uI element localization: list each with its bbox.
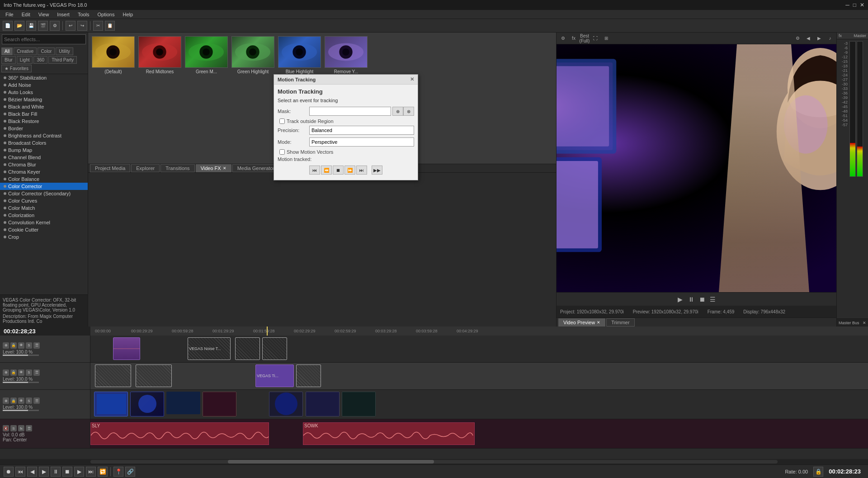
redo-btn[interactable]: ↪ bbox=[77, 21, 87, 31]
tab-video-fx-close[interactable]: ✕ bbox=[223, 166, 226, 170]
fx-item[interactable]: Add Noise bbox=[0, 81, 88, 89]
menu-view[interactable]: View bbox=[35, 11, 53, 18]
audio-mute-icon[interactable]: 🔇 bbox=[3, 425, 9, 431]
track-clip-shutterstock-1[interactable] bbox=[94, 392, 128, 416]
track-clip-noise[interactable]: VEGAS Noise T... bbox=[188, 337, 231, 360]
video-preview-close[interactable]: ✕ bbox=[597, 320, 600, 325]
transport-forward[interactable]: ⏭ bbox=[86, 467, 96, 477]
menu-edit[interactable]: Edit bbox=[18, 11, 34, 18]
close-btn[interactable]: ✕ bbox=[860, 2, 864, 8]
fx-tab-utility[interactable]: Utility bbox=[56, 47, 73, 55]
fx-item-color-curves[interactable]: Color Curves bbox=[0, 197, 88, 204]
track-clip-image2[interactable] bbox=[262, 337, 287, 360]
track-solo-icon[interactable]: S bbox=[26, 342, 32, 349]
fx-item[interactable]: Auto Looks bbox=[0, 89, 88, 96]
show-vectors-checkbox[interactable] bbox=[279, 149, 285, 155]
fx-tab-360[interactable]: 360 bbox=[33, 56, 47, 64]
fx-item[interactable]: 360° Stabilization bbox=[0, 74, 88, 81]
maximize-btn[interactable]: □ bbox=[853, 2, 856, 8]
new-btn[interactable]: 📄 bbox=[3, 21, 13, 31]
track-menu-icon[interactable]: ☰ bbox=[33, 398, 40, 404]
track-clip-image[interactable] bbox=[235, 337, 260, 360]
fx-item[interactable]: Border bbox=[0, 125, 88, 132]
transport-snap[interactable]: 🔗 bbox=[125, 467, 135, 477]
fx-item-color-corrector[interactable]: Color Corrector bbox=[0, 183, 88, 190]
tab-media-generator[interactable]: Media Generator bbox=[232, 164, 280, 172]
audio-fx-icon[interactable]: fx bbox=[18, 425, 24, 431]
transport-pause[interactable]: ⏸ bbox=[51, 467, 61, 477]
fx-tab-favorites[interactable]: ★ Favorites bbox=[1, 65, 32, 72]
menu-insert[interactable]: Insert bbox=[53, 11, 73, 18]
properties-btn[interactable]: ⚙ bbox=[50, 21, 60, 31]
preview-quality-btn[interactable]: Best (Full) bbox=[580, 34, 589, 43]
transport-rewind[interactable]: ⏮ bbox=[15, 467, 25, 477]
track-3-slider[interactable] bbox=[3, 410, 39, 411]
fx-item-color-match[interactable]: Color Match bbox=[0, 204, 88, 212]
transport-loop[interactable]: 🔁 bbox=[98, 467, 108, 477]
track-mute-icon[interactable]: 👁 bbox=[18, 342, 24, 349]
preview-settings-btn[interactable]: ⚙ bbox=[558, 34, 567, 43]
transport-timecode-lock[interactable]: 🔒 bbox=[813, 467, 823, 477]
transport-stop[interactable]: ⏹ bbox=[62, 467, 72, 477]
undo-btn[interactable]: ↩ bbox=[66, 21, 75, 31]
fx-thumb-green[interactable]: Green M... bbox=[185, 36, 228, 160]
audio-clip-sly[interactable]: SLY bbox=[90, 422, 269, 445]
fx-item[interactable]: Channel Blend bbox=[0, 154, 88, 161]
fx-tab-color[interactable]: Color bbox=[38, 47, 55, 55]
timeline-ruler[interactable]: 00:00:00 00:00:29:29 00:00:59:28 00:01:2… bbox=[90, 327, 868, 336]
tab-transitions[interactable]: Transitions bbox=[160, 164, 194, 172]
tab-video-fx[interactable]: Video FX ✕ bbox=[196, 164, 231, 172]
transport-record[interactable]: ⏺ bbox=[4, 467, 14, 477]
copy-btn[interactable]: 📋 bbox=[105, 21, 115, 31]
track-clip-shutterstock-3[interactable] bbox=[166, 392, 200, 414]
h-scrollbar-thumb[interactable] bbox=[228, 460, 434, 464]
menu-tools[interactable]: Tools bbox=[74, 11, 93, 18]
track-clip-vegas-ti[interactable]: VEGAS Ti... bbox=[255, 364, 294, 387]
fx-item-brightness-contrast[interactable]: Brightness and Contrast bbox=[0, 132, 88, 139]
track-outside-checkbox[interactable] bbox=[279, 118, 285, 124]
audio-solo-icon[interactable]: S bbox=[10, 425, 17, 431]
master-bus-close[interactable]: ✕ bbox=[863, 321, 866, 325]
track-solo-icon[interactable]: S bbox=[26, 398, 32, 404]
fx-item[interactable]: Crop bbox=[0, 233, 88, 241]
mode-select[interactable]: Perspective Position Position/Scale bbox=[309, 137, 414, 147]
fx-item[interactable]: Bump Map bbox=[0, 147, 88, 154]
track-clip[interactable] bbox=[136, 364, 172, 387]
fx-search-input[interactable] bbox=[2, 34, 86, 44]
precision-select[interactable]: Balanced Fast Precise bbox=[309, 126, 414, 135]
fx-tab-third-party[interactable]: Third Party bbox=[48, 56, 77, 64]
fx-item[interactable]: Bézier Masking bbox=[0, 96, 88, 103]
fx-item[interactable]: Cookie Cutter bbox=[0, 226, 88, 233]
fx-item-black-and-white[interactable]: Black and White bbox=[0, 103, 88, 110]
track-compose-icon[interactable]: ⊕ bbox=[3, 342, 9, 349]
minimize-btn[interactable]: ─ bbox=[845, 2, 849, 8]
mask-select[interactable] bbox=[309, 107, 391, 116]
dialog-end-btn[interactable]: ⏭ bbox=[356, 166, 367, 175]
fx-item-broadcast-colors[interactable]: Broadcast Colors bbox=[0, 139, 88, 147]
fx-tab-blur[interactable]: Blur bbox=[1, 56, 16, 64]
dialog-stop-btn[interactable]: ⏹ bbox=[333, 166, 344, 175]
dialog-track-btn[interactable]: ▶▶ bbox=[372, 166, 382, 175]
dialog-prev-btn[interactable]: ⏪ bbox=[321, 166, 332, 175]
track-solo-icon[interactable]: S bbox=[26, 369, 32, 376]
track-1-slider[interactable] bbox=[3, 355, 39, 356]
track-clip-shutterstock-2[interactable] bbox=[130, 392, 164, 416]
preview-full-btn[interactable]: ⛶ bbox=[591, 34, 600, 43]
mask-btn2[interactable]: ⊗ bbox=[403, 107, 414, 116]
play-btn[interactable]: ▶ bbox=[676, 295, 684, 303]
fx-thumb-default[interactable]: (Default) bbox=[92, 36, 135, 160]
track-compose-icon[interactable]: ⊕ bbox=[3, 398, 9, 404]
menu-help[interactable]: Help bbox=[119, 11, 137, 18]
dialog-play-btn[interactable]: ⏮ bbox=[309, 166, 320, 175]
dialog-close-btn[interactable]: ✕ bbox=[410, 76, 414, 82]
preview-prev-btn[interactable]: ◀ bbox=[804, 34, 813, 43]
fx-thumb-red[interactable]: Red Midtones bbox=[138, 36, 181, 160]
track-menu-icon[interactable]: ☰ bbox=[33, 342, 40, 349]
track-mute-icon[interactable]: 👁 bbox=[18, 369, 24, 376]
fx-item[interactable]: Color Balance bbox=[0, 175, 88, 183]
preview-settings2-btn[interactable]: ⚙ bbox=[793, 34, 802, 43]
fx-item[interactable]: Color Corrector (Secondary) bbox=[0, 190, 88, 197]
fx-item[interactable]: Convolution Kernel bbox=[0, 219, 88, 226]
fx-item[interactable]: Black Bar Fill bbox=[0, 110, 88, 118]
fx-item[interactable]: Chroma Keyer bbox=[0, 168, 88, 175]
